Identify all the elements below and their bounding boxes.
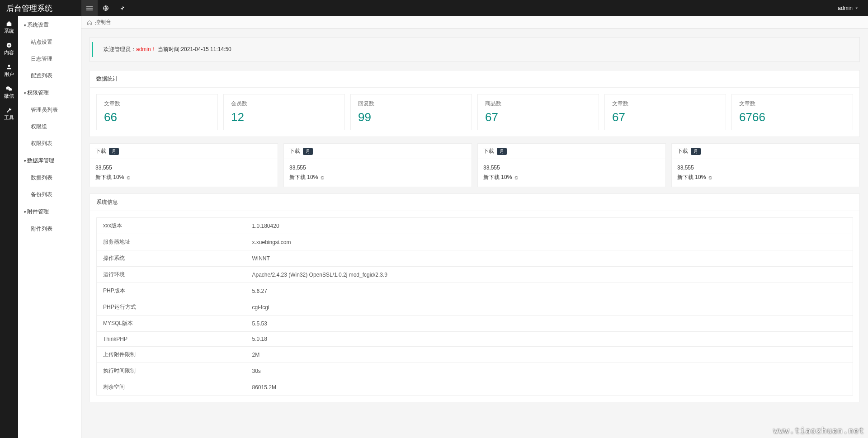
- stat-label: 商品数: [485, 100, 591, 108]
- sidebar-item[interactable]: 站点设置: [18, 34, 81, 51]
- stat-label: 文章数: [104, 100, 210, 108]
- sysinfo-row: PHP版本5.6.27: [97, 283, 853, 299]
- main-content: 欢迎管理员：admin！ 当前时间:2021-04-15 11:14:50 数据…: [81, 29, 868, 438]
- download-sub: 新下载 10% ☺: [483, 174, 660, 181]
- download-title: 下载: [95, 147, 106, 155]
- download-sub: 新下载 10% ☺: [95, 174, 272, 181]
- stat-label: 文章数: [739, 100, 845, 108]
- welcome-post: 当前时间:2021-04-15 11:14:50: [158, 46, 231, 52]
- stats-panel-title: 数据统计: [90, 71, 859, 88]
- sysinfo-key: 执行时间限制: [97, 363, 246, 379]
- sysinfo-value: 5.0.18: [246, 332, 853, 347]
- sidebar-item[interactable]: 权限组: [18, 118, 81, 135]
- download-card: 下载月33,555新下载 10% ☺: [477, 143, 666, 187]
- sysinfo-row: 上传附件限制2M: [97, 347, 853, 363]
- sidebar-item[interactable]: 附件列表: [18, 221, 81, 237]
- sysinfo-row: MYSQL版本5.5.53: [97, 316, 853, 332]
- globe-icon[interactable]: [98, 0, 114, 16]
- sysinfo-row: 剩余空间86015.2M: [97, 379, 853, 396]
- pin-icon[interactable]: [114, 0, 130, 16]
- sidebar-group[interactable]: ▾数据库管理: [18, 152, 81, 170]
- download-count: 33,555: [95, 165, 272, 171]
- stat-value: 99: [358, 110, 464, 124]
- svg-point-7: [8, 65, 10, 67]
- sidebar-item[interactable]: 权限列表: [18, 135, 81, 152]
- caret-down-icon: ▾: [24, 91, 26, 95]
- sidebar-item[interactable]: 备份列表: [18, 186, 81, 203]
- download-title: 下载: [289, 147, 300, 155]
- smile-icon: ☺: [708, 174, 713, 181]
- menu-toggle-button[interactable]: [81, 0, 98, 16]
- brand-title: 后台管理系统: [0, 3, 81, 14]
- sidebar-item[interactable]: 数据列表: [18, 170, 81, 186]
- sysinfo-key: 运行环境: [97, 267, 246, 283]
- stat-value: 12: [231, 110, 337, 124]
- stat-value: 67: [485, 110, 591, 124]
- download-card: 下载月33,555新下载 10% ☺: [671, 143, 860, 187]
- stat-card: 文章数66: [96, 94, 218, 130]
- sysinfo-row: 运行环境Apache/2.4.23 (Win32) OpenSSL/1.0.2j…: [97, 267, 853, 283]
- sidebar-item[interactable]: 管理员列表: [18, 102, 81, 118]
- rail-item-wechat[interactable]: 微信: [0, 81, 18, 103]
- caret-down-icon: [854, 6, 859, 10]
- sysinfo-value: WINNT: [246, 250, 853, 267]
- svg-rect-6: [8, 45, 10, 45]
- sysinfo-value: Apache/2.4.23 (Win32) OpenSSL/1.0.2j mod…: [246, 267, 853, 283]
- breadcrumb: 控制台: [81, 16, 868, 29]
- stat-card: 回复数99: [350, 94, 472, 130]
- download-count: 33,555: [677, 165, 854, 171]
- topbar: 后台管理系统 admin: [0, 0, 868, 16]
- sysinfo-key: PHP运行方式: [97, 299, 246, 316]
- sidebar-group[interactable]: ▾系统设置: [18, 16, 81, 34]
- welcome-admin: admin！: [136, 46, 156, 52]
- sysinfo-row: 服务器地址x.xuebingsi.com: [97, 234, 853, 250]
- caret-down-icon: ▾: [24, 23, 26, 28]
- sysinfo-row: 执行时间限制30s: [97, 363, 853, 379]
- smile-icon: ☺: [320, 174, 325, 181]
- rail-item-home[interactable]: 系统: [0, 16, 18, 38]
- breadcrumb-label: 控制台: [95, 19, 111, 26]
- sysinfo-value: 2M: [246, 347, 853, 363]
- sidebar-group[interactable]: ▾权限管理: [18, 84, 81, 102]
- sysinfo-key: PHP版本: [97, 283, 246, 299]
- download-title: 下载: [483, 147, 494, 155]
- stat-row: 文章数66会员数12回复数99商品数67文章数67文章数6766: [96, 94, 853, 130]
- stat-value: 67: [612, 110, 718, 124]
- sysinfo-value: 5.6.27: [246, 283, 853, 299]
- stat-card: 会员数12: [223, 94, 345, 130]
- download-badge: 月: [691, 148, 701, 155]
- welcome-box: 欢迎管理员：admin！ 当前时间:2021-04-15 11:14:50: [90, 37, 860, 62]
- sysinfo-row: xxx版本1.0.180420: [97, 218, 853, 234]
- download-card: 下载月33,555新下载 10% ☺: [283, 143, 472, 187]
- sidebar-item[interactable]: 配置列表: [18, 67, 81, 84]
- sidebar-item[interactable]: 日志管理: [18, 51, 81, 67]
- rail-item-users[interactable]: 用户: [0, 60, 18, 81]
- stat-label: 回复数: [358, 100, 464, 108]
- download-badge: 月: [303, 148, 313, 155]
- download-badge: 月: [497, 148, 507, 155]
- home-icon: [87, 20, 92, 25]
- download-sub: 新下载 10% ☺: [289, 174, 466, 181]
- sysinfo-value: cgi-fcgi: [246, 299, 853, 316]
- download-title: 下载: [677, 147, 688, 155]
- download-sub: 新下载 10% ☺: [677, 174, 854, 181]
- smile-icon: ☺: [126, 174, 131, 181]
- sysinfo-value: 1.0.180420: [246, 218, 853, 234]
- sysinfo-value: 86015.2M: [246, 379, 853, 396]
- sysinfo-key: 剩余空间: [97, 379, 246, 396]
- admin-label: admin: [838, 5, 853, 11]
- admin-menu[interactable]: admin: [838, 5, 868, 11]
- rail-item-plus-circle[interactable]: 内容: [0, 38, 18, 60]
- sysinfo-key: xxx版本: [97, 218, 246, 234]
- sidebar: ▾系统设置站点设置日志管理配置列表▾权限管理管理员列表权限组权限列表▾数据库管理…: [18, 16, 81, 438]
- stat-card: 文章数67: [604, 94, 726, 130]
- rail-item-wrench[interactable]: 工具: [0, 103, 18, 125]
- smile-icon: ☺: [514, 174, 519, 181]
- sidebar-group[interactable]: ▾附件管理: [18, 203, 81, 221]
- sysinfo-value: 5.5.53: [246, 316, 853, 332]
- svg-rect-1: [86, 8, 93, 8]
- sysinfo-table: xxx版本1.0.180420服务器地址x.xuebingsi.com操作系统W…: [96, 217, 853, 396]
- sysinfo-title: 系统信息: [90, 194, 859, 211]
- download-badge: 月: [109, 148, 119, 155]
- download-card: 下载月33,555新下载 10% ☺: [90, 143, 278, 187]
